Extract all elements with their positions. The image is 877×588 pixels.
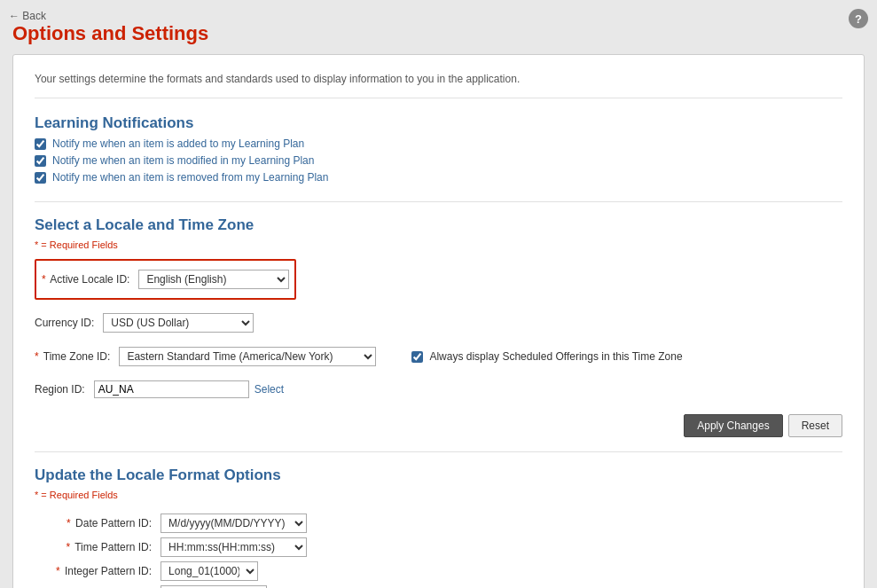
locale-timezone-title: Select a Locale and Time Zone bbox=[35, 216, 842, 234]
currency-label: Currency ID: bbox=[35, 313, 103, 333]
top-header: ← Back Options and Settings ? bbox=[9, 9, 868, 54]
integer-pattern-label: * Integer Pattern ID: bbox=[35, 561, 161, 581]
currency-form: Currency ID: USD (US Dollar) EUR (Euro) … bbox=[35, 308, 254, 338]
date-pattern-label: * Date Pattern ID: bbox=[35, 514, 161, 533]
notification-row-1: Notify me when an item is added to my Le… bbox=[35, 137, 842, 150]
back-link[interactable]: ← Back bbox=[9, 10, 46, 22]
timezone-form: * Time Zone ID: Eastern Standard Time (A… bbox=[35, 341, 683, 372]
intro-text: Your settings determine the formats and … bbox=[35, 73, 842, 98]
locale-required-note: * = Required Fields bbox=[35, 239, 842, 250]
currency-control: USD (US Dollar) EUR (Euro) GBP (British … bbox=[103, 313, 254, 333]
notification-checkbox-3[interactable] bbox=[35, 172, 46, 184]
locale-format-section: Update the Locale Format Options * = Req… bbox=[35, 466, 842, 588]
integer-pattern-control: Long_01(1000) Long_02(1,000) bbox=[161, 561, 307, 581]
region-row-content: Select bbox=[94, 380, 284, 398]
timezone-label: * Time Zone ID: bbox=[35, 347, 119, 366]
locale-timezone-section: Select a Locale and Time Zone * = Requir… bbox=[35, 216, 842, 437]
timezone-row: * Time Zone ID: Eastern Standard Time (A… bbox=[35, 347, 683, 366]
locale-format-required-note: * = Required Fields bbox=[35, 490, 842, 500]
timezone-control: Eastern Standard Time (America/New York)… bbox=[119, 347, 682, 366]
always-display-label: Always display Scheduled Offerings in th… bbox=[429, 350, 682, 363]
learning-notifications-title: Learning Notifications bbox=[35, 114, 842, 132]
region-control: Select bbox=[94, 380, 284, 398]
required-star-tz: * bbox=[35, 350, 39, 363]
notification-row-3: Notify me when an item is removed from m… bbox=[35, 171, 842, 184]
locale-buttons-row: Apply Changes Reset bbox=[35, 414, 842, 437]
notification-label-3: Notify me when an item is removed from m… bbox=[52, 171, 328, 184]
date-pattern-row: * Date Pattern ID: M/d/yyyy(MM/DD/YYYY) … bbox=[35, 514, 307, 533]
notification-checkbox-1[interactable] bbox=[35, 138, 46, 150]
notification-checkbox-2[interactable] bbox=[35, 155, 46, 167]
time-pattern-select[interactable]: HH:mm:ss(HH:mm:ss) hh:mm:ss a bbox=[161, 537, 307, 557]
nav-section: ← Back Options and Settings bbox=[9, 9, 212, 54]
currency-row: Currency ID: USD (US Dollar) EUR (Euro) … bbox=[35, 313, 254, 333]
region-form: Region ID: Select bbox=[35, 375, 284, 404]
locale-apply-button[interactable]: Apply Changes bbox=[684, 414, 782, 437]
time-pattern-label: * Time Pattern ID: bbox=[35, 537, 161, 557]
notification-label-2: Notify me when an item is modified in my… bbox=[52, 154, 314, 167]
page-title: Options and Settings bbox=[9, 22, 212, 54]
region-label: Region ID: bbox=[35, 380, 94, 398]
active-locale-label: * Active Locale ID: bbox=[42, 270, 138, 289]
required-star: * bbox=[42, 273, 46, 286]
locale-reset-button[interactable]: Reset bbox=[788, 414, 842, 437]
region-select-link[interactable]: Select bbox=[254, 383, 284, 396]
divider-1 bbox=[35, 201, 842, 202]
page-wrapper: ← Back Options and Settings ? Your setti… bbox=[0, 0, 877, 588]
region-row: Region ID: Select bbox=[35, 380, 284, 398]
always-display-checkbox[interactable] bbox=[411, 351, 423, 363]
help-icon[interactable]: ? bbox=[849, 9, 868, 28]
region-input[interactable] bbox=[94, 380, 249, 398]
active-locale-row: * Active Locale ID: English (English) Fr… bbox=[42, 270, 289, 289]
locale-row-1: * Active Locale ID: English (English) Fr… bbox=[42, 264, 289, 294]
notification-row-2: Notify me when an item is modified in my… bbox=[35, 154, 842, 167]
active-locale-control: English (English) French (Français) Germ… bbox=[138, 270, 289, 289]
integer-pattern-row: * Integer Pattern ID: Long_01(1000) Long… bbox=[35, 561, 307, 581]
notification-label-1: Notify me when an item is added to my Le… bbox=[52, 137, 304, 150]
active-locale-highlight: * Active Locale ID: English (English) Fr… bbox=[35, 259, 296, 300]
divider-2 bbox=[35, 451, 842, 452]
active-locale-select[interactable]: English (English) French (Français) Germ… bbox=[138, 270, 289, 289]
date-pattern-control: M/d/yyyy(MM/DD/YYYY) dd/MM/yyyy yyyy-MM-… bbox=[161, 514, 307, 533]
time-pattern-control: HH:mm:ss(HH:mm:ss) hh:mm:ss a bbox=[161, 537, 307, 557]
date-pattern-select[interactable]: M/d/yyyy(MM/DD/YYYY) dd/MM/yyyy yyyy-MM-… bbox=[161, 514, 307, 533]
format-form-grid: * Date Pattern ID: M/d/yyyy(MM/DD/YYYY) … bbox=[35, 509, 307, 588]
integer-pattern-select[interactable]: Long_01(1000) Long_02(1,000) bbox=[161, 561, 258, 581]
timezone-select[interactable]: Eastern Standard Time (America/New York)… bbox=[119, 347, 376, 366]
timezone-row-content: Eastern Standard Time (America/New York)… bbox=[119, 347, 682, 366]
time-pattern-row: * Time Pattern ID: HH:mm:ss(HH:mm:ss) hh… bbox=[35, 537, 307, 557]
content-panel: Your settings determine the formats and … bbox=[12, 54, 865, 588]
currency-select[interactable]: USD (US Dollar) EUR (Euro) GBP (British … bbox=[103, 313, 254, 333]
locale-format-title: Update the Locale Format Options bbox=[35, 466, 842, 484]
notifications-section: Learning Notifications Notify me when an… bbox=[35, 114, 842, 184]
always-display-row: Always display Scheduled Offerings in th… bbox=[411, 350, 682, 363]
